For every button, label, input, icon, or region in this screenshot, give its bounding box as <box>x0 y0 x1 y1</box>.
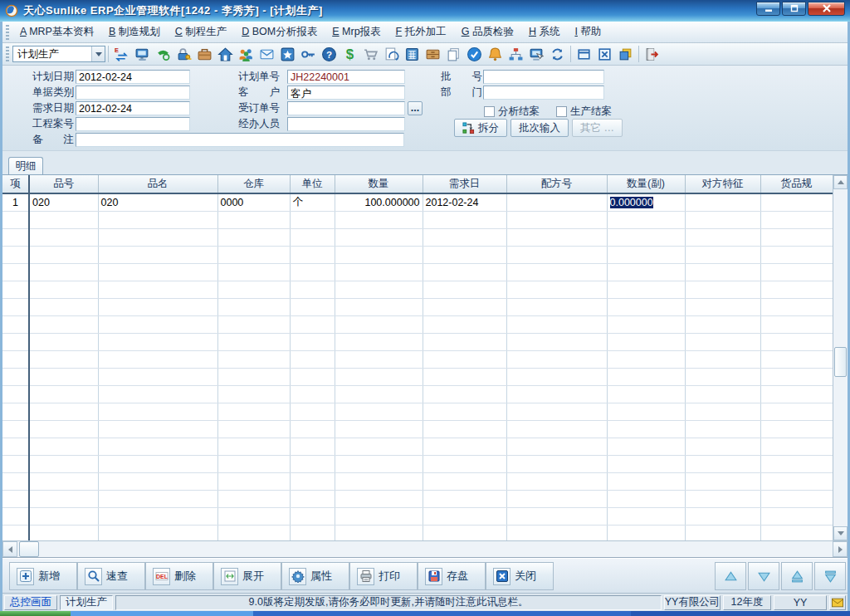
empty-cell[interactable] <box>607 368 685 385</box>
app-icon[interactable] <box>5 4 18 17</box>
empty-cell[interactable] <box>290 472 335 490</box>
mail-icon[interactable] <box>256 44 277 65</box>
empty-cell[interactable] <box>607 420 685 438</box>
table-cell[interactable]: 1 <box>2 193 29 211</box>
empty-cell[interactable] <box>685 368 760 385</box>
empty-cell[interactable] <box>506 298 607 315</box>
phone-icon[interactable] <box>153 44 173 65</box>
table-cell[interactable]: 020 <box>29 193 98 211</box>
empty-cell[interactable] <box>98 525 217 540</box>
empty-cell[interactable] <box>290 228 335 246</box>
table-cell[interactable]: 020 <box>98 193 217 211</box>
empty-cell[interactable] <box>506 455 607 472</box>
cart-icon[interactable] <box>360 44 381 65</box>
empty-cell[interactable] <box>685 420 760 438</box>
vertical-scroll-thumb[interactable] <box>834 347 847 377</box>
empty-cell[interactable] <box>290 525 335 540</box>
key-icon[interactable] <box>298 44 319 65</box>
empty-cell[interactable] <box>685 385 760 403</box>
empty-cell[interactable] <box>423 211 506 228</box>
empty-cell[interactable] <box>423 507 506 525</box>
copy-icon[interactable] <box>443 44 464 65</box>
empty-cell[interactable] <box>290 403 335 420</box>
empty-cell[interactable] <box>98 228 217 246</box>
empty-cell[interactable] <box>290 333 335 350</box>
empty-cell[interactable] <box>2 246 29 263</box>
empty-cell[interactable] <box>760 420 833 438</box>
empty-cell[interactable] <box>29 298 98 315</box>
empty-cell[interactable] <box>98 420 217 438</box>
empty-cell[interactable] <box>760 403 833 420</box>
table-cell[interactable] <box>506 193 607 211</box>
empty-cell[interactable] <box>29 315 98 333</box>
scroll-right-icon[interactable] <box>833 541 848 557</box>
horizontal-scrollbar[interactable] <box>2 540 848 557</box>
empty-cell[interactable] <box>217 507 290 525</box>
empty-cell[interactable] <box>335 211 423 228</box>
empty-cell[interactable] <box>98 281 217 298</box>
empty-cell[interactable] <box>423 368 506 385</box>
empty-cell[interactable] <box>98 211 217 228</box>
empty-cell[interactable] <box>2 368 29 385</box>
horizontal-scroll-track[interactable] <box>39 541 833 557</box>
calculator-icon[interactable] <box>402 44 423 65</box>
empty-cell[interactable] <box>29 525 98 540</box>
empty-cell[interactable] <box>685 246 760 263</box>
column-header-10[interactable]: 货品规 <box>760 175 833 193</box>
column-header-0[interactable]: 项 <box>2 175 29 193</box>
empty-cell[interactable] <box>423 420 506 438</box>
empty-cell[interactable] <box>217 281 290 298</box>
analysis-closed-checkbox[interactable]: 分析结案 <box>484 105 540 119</box>
menu-f[interactable]: F 托外加工 <box>388 23 454 40</box>
statusbar-tab-main[interactable]: 总控画面 <box>4 595 57 610</box>
empty-cell[interactable] <box>29 455 98 472</box>
empty-cell[interactable] <box>335 507 423 525</box>
column-header-9[interactable]: 对方特征 <box>685 175 760 193</box>
save-button[interactable]: 存盘 <box>418 562 486 590</box>
column-header-2[interactable]: 品名 <box>98 175 217 193</box>
plan-date-field[interactable]: 2012-02-24 <box>76 70 190 84</box>
empty-cell[interactable] <box>423 263 506 281</box>
empty-cell[interactable] <box>335 281 423 298</box>
layers-icon[interactable] <box>615 44 636 65</box>
scroll-down-icon[interactable] <box>833 526 848 540</box>
users-icon[interactable] <box>236 44 256 65</box>
empty-cell[interactable] <box>29 333 98 350</box>
empty-cell[interactable] <box>29 385 98 403</box>
empty-cell[interactable] <box>685 350 760 368</box>
empty-cell[interactable] <box>506 420 607 438</box>
customer-field[interactable]: 客户 <box>287 86 405 100</box>
empty-cell[interactable] <box>217 350 290 368</box>
empty-cell[interactable] <box>760 368 833 385</box>
empty-cell[interactable] <box>2 403 29 420</box>
properties-button[interactable]: 属性 <box>281 562 349 590</box>
empty-cell[interactable] <box>29 438 98 455</box>
empty-cell[interactable] <box>2 228 29 246</box>
empty-cell[interactable] <box>2 350 29 368</box>
empty-cell[interactable] <box>423 455 506 472</box>
nav-first-button[interactable] <box>781 562 813 590</box>
split-button[interactable]: 拆分 <box>454 119 507 137</box>
menu-g[interactable]: G 品质检验 <box>454 23 521 40</box>
empty-cell[interactable] <box>98 333 217 350</box>
empty-cell[interactable] <box>685 507 760 525</box>
empty-cell[interactable] <box>506 350 607 368</box>
empty-cell[interactable] <box>29 403 98 420</box>
empty-cell[interactable] <box>685 525 760 540</box>
horizontal-scroll-thumb[interactable] <box>19 541 39 557</box>
empty-cell[interactable] <box>685 333 760 350</box>
empty-cell[interactable] <box>335 315 423 333</box>
empty-cell[interactable] <box>29 472 98 490</box>
empty-cell[interactable] <box>685 403 760 420</box>
empty-cell[interactable] <box>290 350 335 368</box>
empty-cell[interactable] <box>607 333 685 350</box>
empty-cell[interactable] <box>506 246 607 263</box>
empty-cell[interactable] <box>2 455 29 472</box>
empty-cell[interactable] <box>2 472 29 490</box>
empty-cell[interactable] <box>98 490 217 507</box>
empty-cell[interactable] <box>760 263 833 281</box>
menu-e[interactable]: E Mrp报表 <box>325 23 388 40</box>
empty-cell[interactable] <box>290 211 335 228</box>
empty-cell[interactable] <box>217 368 290 385</box>
menu-d[interactable]: D BOM分析报表 <box>234 23 325 40</box>
